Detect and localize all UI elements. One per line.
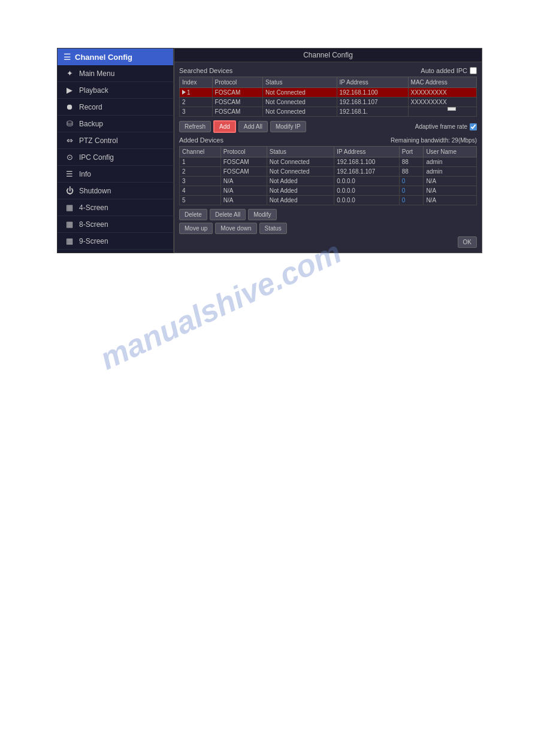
cell-port: 88: [399, 167, 424, 177]
auto-added-ipc-checkbox[interactable]: [470, 67, 477, 74]
cell-status: Not Connected: [263, 88, 337, 98]
sidebar-item-4screen[interactable]: ▦ 4-Screen: [58, 199, 173, 216]
delete-all-button[interactable]: Delete All: [210, 209, 246, 220]
sidebar-item-ptz-control[interactable]: ⇔ PTZ Control: [58, 132, 173, 149]
channel-config-dialog: Channel Config Searched Devices Auto add…: [174, 48, 482, 253]
main-menu-icon: ✦: [65, 69, 74, 78]
sidebar-item-shutdown[interactable]: ⏻ Shutdown: [58, 183, 173, 199]
added-device-row-5[interactable]: 5 N/A Not Added 0.0.0.0 0 N/A: [180, 196, 477, 205]
ptz-icon: ⇔: [65, 136, 74, 145]
sidebar-item-8screen[interactable]: ▦ 8-Screen: [58, 216, 173, 233]
cell-port: 0: [399, 177, 424, 186]
searched-device-row-1[interactable]: 1 FOSCAM Not Connected 192.168.1.100 XXX…: [180, 88, 477, 98]
modify-button[interactable]: Modify: [248, 209, 276, 220]
sidebar-item-record[interactable]: ⏺ Record: [58, 99, 173, 116]
cell-ip: 192.168.1.100: [337, 88, 408, 98]
sidebar-header[interactable]: ☰ Channel Config: [58, 48, 173, 65]
added-devices-table: Channel Protocol Status IP Address Port …: [179, 146, 477, 205]
cell-channel: 1: [180, 157, 221, 167]
searched-devices-label: Searched Devices: [179, 67, 232, 74]
sidebar-item-ptz-label: PTZ Control: [79, 136, 118, 145]
col-status: Status: [263, 77, 337, 88]
sidebar-item-info[interactable]: ☰ Info: [58, 166, 173, 183]
cell-protocol: N/A: [220, 177, 267, 186]
bottom-buttons-row-2: Move up Move down Status: [179, 223, 477, 234]
cell-status: Not Added: [267, 177, 334, 186]
added-device-row-3[interactable]: 3 N/A Not Added 0.0.0.0 0 N/A: [180, 177, 477, 186]
col-username: User Name: [424, 147, 477, 157]
cell-port: 0: [399, 196, 424, 205]
cell-index: 3: [180, 107, 213, 117]
cell-ip: 192.168.1.: [337, 107, 408, 117]
add-all-button[interactable]: Add All: [238, 121, 268, 132]
sidebar-item-4screen-label: 4-Screen: [79, 204, 108, 212]
cell-status: Not Connected: [263, 107, 337, 117]
cell-status: Not Connected: [267, 157, 334, 167]
sidebar-item-playback-label: Playback: [79, 86, 108, 95]
9screen-icon: ▦: [65, 236, 74, 245]
sidebar-item-info-label: Info: [79, 170, 91, 178]
remaining-bandwidth: Remaining bandwidth: 29(Mbps): [391, 137, 477, 144]
ok-button[interactable]: OK: [458, 236, 477, 248]
cell-port: 0: [399, 186, 424, 196]
cell-username: admin: [424, 157, 477, 167]
col-channel: Channel: [180, 147, 221, 157]
sidebar-item-record-label: Record: [79, 103, 102, 111]
sidebar-item-backup[interactable]: ⛁ Backup: [58, 116, 173, 132]
cell-index: 1: [180, 88, 213, 98]
refresh-button[interactable]: Refresh: [179, 121, 211, 132]
adaptive-frame-rate-container: Adaptive frame rate: [415, 123, 477, 130]
channel-config-icon: ☰: [64, 52, 71, 62]
added-devices-header-row: Channel Protocol Status IP Address Port …: [180, 147, 477, 157]
add-button[interactable]: Add: [213, 120, 236, 133]
added-device-row-1[interactable]: 1 FOSCAM Not Connected 192.168.1.100 88 …: [180, 157, 477, 167]
searched-devices-header: Searched Devices Auto added IPC: [179, 67, 477, 74]
sidebar-header-label: Channel Config: [75, 53, 132, 62]
sidebar-item-9screen[interactable]: ▦ 9-Screen: [58, 233, 173, 250]
tooltip-popup: [448, 107, 456, 111]
shutdown-icon: ⏻: [65, 186, 74, 195]
sidebar-item-ipc-label: IPC Config: [79, 153, 114, 162]
cell-ip: 0.0.0.0: [334, 196, 399, 205]
cell-ip: 0.0.0.0: [334, 177, 399, 186]
modify-ip-button[interactable]: Modify IP: [270, 121, 306, 132]
col-ip-address: IP Address: [337, 77, 408, 88]
move-up-button[interactable]: Move up: [179, 223, 213, 234]
cell-status: Not Connected: [267, 167, 334, 177]
cell-channel: 3: [180, 177, 221, 186]
cell-status: Not Added: [267, 186, 334, 196]
cell-port: 88: [399, 157, 424, 167]
searched-device-row-2[interactable]: 2 FOSCAM Not Connected 192.168.1.107 XXX…: [180, 98, 477, 107]
status-button[interactable]: Status: [259, 223, 287, 234]
sidebar: ☰ Channel Config ✦ Main Menu ▶ Playback …: [57, 48, 174, 253]
sidebar-item-playback[interactable]: ▶ Playback: [58, 82, 173, 99]
added-device-row-4[interactable]: 4 N/A Not Added 0.0.0.0 0 N/A: [180, 186, 477, 196]
sidebar-item-9screen-label: 9-Screen: [79, 237, 108, 245]
col-status: Status: [267, 147, 334, 157]
cell-username: admin: [424, 167, 477, 177]
ok-row: OK: [179, 236, 477, 248]
col-protocol: Protocol: [212, 77, 262, 88]
auto-added-ipc-label: Auto added IPC: [421, 67, 467, 74]
action-buttons-row: Refresh Add Add All Modify IP Adaptive f…: [179, 120, 477, 133]
cell-protocol: N/A: [220, 186, 267, 196]
sidebar-item-main-menu[interactable]: ✦ Main Menu: [58, 65, 173, 82]
adaptive-frame-rate-checkbox[interactable]: [470, 123, 477, 130]
searched-devices-header-row: Index Protocol Status IP Address MAC Add…: [180, 77, 477, 88]
cell-status: Not Connected: [263, 98, 337, 107]
sidebar-item-ipc-config[interactable]: ⊙ IPC Config: [58, 149, 173, 166]
col-protocol: Protocol: [220, 147, 267, 157]
move-down-button[interactable]: Move down: [215, 223, 256, 234]
cell-channel: 4: [180, 186, 221, 196]
delete-button[interactable]: Delete: [179, 209, 207, 220]
searched-device-row-3[interactable]: 3 FOSCAM Not Connected 192.168.1.: [180, 107, 477, 117]
info-icon: ☰: [65, 169, 74, 178]
adaptive-frame-rate-label: Adaptive frame rate: [415, 123, 467, 130]
cell-protocol: FOSCAM: [212, 88, 262, 98]
cell-username: N/A: [424, 196, 477, 205]
cell-channel: 2: [180, 167, 221, 177]
cell-username: N/A: [424, 186, 477, 196]
cell-index: 2: [180, 98, 213, 107]
bottom-buttons-row-1: Delete Delete All Modify: [179, 209, 477, 220]
added-device-row-2[interactable]: 2 FOSCAM Not Connected 192.168.1.107 88 …: [180, 167, 477, 177]
